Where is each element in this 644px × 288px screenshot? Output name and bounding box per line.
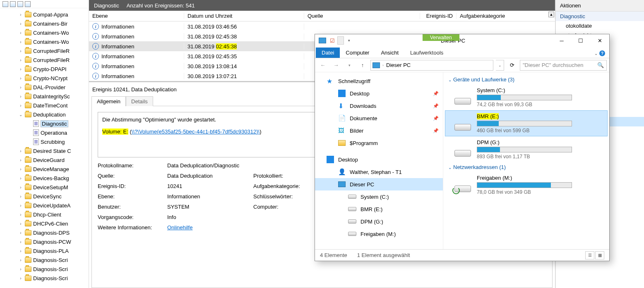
sidebar-desktop[interactable]: Desktop📌 bbox=[315, 87, 443, 100]
chevron-icon[interactable]: › bbox=[18, 203, 23, 208]
tree-item[interactable]: ›Dhcp-Client bbox=[0, 210, 89, 219]
chevron-icon[interactable]: › bbox=[18, 267, 23, 271]
qat-dropdown-icon[interactable]: ▾ bbox=[344, 36, 354, 45]
sidebar-drive-c[interactable]: System (C:) bbox=[315, 190, 443, 203]
tree-item[interactable]: Operationa bbox=[0, 128, 89, 137]
tree-item[interactable]: ⌄Deduplication bbox=[0, 110, 89, 119]
tree-item[interactable]: ›Containers-Wo bbox=[0, 28, 89, 37]
tree-item[interactable]: ›DHCPv6-Clien bbox=[0, 219, 89, 228]
group-drives[interactable]: ⌄Geräte und Laufwerke (3) bbox=[445, 75, 608, 84]
tree-item[interactable]: ›Diagnosis-Scri bbox=[0, 255, 89, 264]
action-item[interactable]: otokolldate bbox=[556, 21, 644, 31]
tab-general[interactable]: Allgemein bbox=[91, 96, 126, 106]
chevron-icon[interactable]: › bbox=[18, 58, 23, 62]
tree-item[interactable]: ›DAL-Provider bbox=[0, 83, 89, 92]
drive-item[interactable]: Freigaben (M:)78,0 GB frei von 349 GB bbox=[445, 172, 608, 198]
chevron-icon[interactable]: › bbox=[18, 258, 23, 262]
drive-item[interactable]: DPM (G:)893 GB frei von 1,17 TB bbox=[445, 136, 608, 162]
chevron-icon[interactable]: › bbox=[18, 194, 23, 199]
sidebar-desktop2[interactable]: Desktop bbox=[315, 153, 443, 166]
chevron-icon[interactable]: › bbox=[18, 149, 23, 153]
tree-item[interactable]: ›Containers-Bir bbox=[0, 19, 89, 28]
chevron-icon[interactable]: ⌄ bbox=[18, 112, 23, 117]
breadcrumb-thispc[interactable]: Dieser PC bbox=[386, 62, 411, 68]
col-date[interactable]: Datum und Uhrzeit bbox=[184, 13, 304, 19]
tree-item[interactable]: ›Diagnosis-Scri bbox=[0, 264, 89, 274]
tree-item[interactable]: ›DataIntegritySc bbox=[0, 92, 89, 101]
chevron-icon[interactable]: › bbox=[18, 40, 23, 44]
drive-item[interactable]: System (C:)74,2 GB frei von 99,3 GB bbox=[445, 84, 608, 110]
tree-item[interactable]: ›Diagnosis-PLA bbox=[0, 246, 89, 255]
chevron-icon[interactable]: › bbox=[18, 67, 23, 71]
nav-recent-dropdown[interactable]: ▾ bbox=[344, 60, 355, 71]
chevron-icon[interactable]: › bbox=[18, 276, 23, 281]
ribbon-expand-icon[interactable]: ⌄? bbox=[590, 49, 609, 58]
tree-item[interactable]: ›DeviceUpdateA bbox=[0, 201, 89, 210]
sidebar-documents[interactable]: 📄Dokumente📌 bbox=[315, 112, 443, 124]
chevron-icon[interactable]: › bbox=[18, 12, 23, 17]
chevron-icon[interactable]: › bbox=[18, 221, 23, 226]
sidebar-downloads[interactable]: ⬇Downloads📌 bbox=[315, 100, 443, 112]
tree-item[interactable]: ›Diagnosis-DPS bbox=[0, 228, 89, 237]
toolbar-icon[interactable] bbox=[25, 1, 31, 7]
tree-item[interactable]: ›Containers-Wo bbox=[0, 37, 89, 46]
view-details-button[interactable]: ☰ bbox=[585, 251, 594, 259]
sidebar-quickaccess[interactable]: ★Schnellzugriff bbox=[315, 75, 443, 87]
ribbon-tab-file[interactable]: Datei bbox=[316, 48, 340, 58]
chevron-icon[interactable]: › bbox=[18, 31, 23, 35]
chevron-icon[interactable]: › bbox=[18, 94, 23, 99]
tree-item[interactable]: ›Diagnosis-PCW bbox=[0, 237, 89, 246]
sidebar-drive-g[interactable]: DPM (G:) bbox=[315, 215, 443, 228]
maximize-button[interactable]: ☐ bbox=[571, 34, 590, 47]
online-help-link[interactable]: Onlinehilfe bbox=[167, 224, 192, 231]
nav-up-button[interactable]: ↑ bbox=[357, 60, 368, 71]
tree-item[interactable]: ›Diagnosis-Scri bbox=[0, 274, 89, 283]
tree-item[interactable]: ›Crypto-NCrypt bbox=[0, 74, 89, 83]
search-input[interactable]: "Dieser PC" durchsuchen 🔍 bbox=[520, 60, 607, 71]
tree-item[interactable]: ›DeviceSetupM bbox=[0, 183, 89, 192]
address-bar[interactable]: › Dieser PC bbox=[370, 60, 493, 71]
nav-forward-button[interactable]: → bbox=[331, 60, 341, 71]
col-level[interactable]: Ebene bbox=[89, 13, 184, 19]
event-row[interactable]: iInformationen31.08.2019 03:46:56 bbox=[89, 21, 555, 31]
tree-item[interactable]: ›Crypto-DPAPI bbox=[0, 64, 89, 74]
tree-item[interactable]: Scrubbing bbox=[0, 137, 89, 146]
toolbar-icon[interactable] bbox=[10, 1, 16, 7]
qat-checkbox-icon[interactable]: ☑ bbox=[327, 36, 337, 45]
refresh-button[interactable]: ⟳ bbox=[507, 60, 517, 71]
sidebar-drive-e[interactable]: BMR (E:) bbox=[315, 203, 443, 215]
volume-link[interactable]: \\?\Volume{e535af25-5bec-44c1-bf45-7df5d… bbox=[132, 129, 260, 135]
group-network[interactable]: ⌄Netzwerkadressen (1) bbox=[445, 162, 608, 172]
tree-item[interactable]: ›Devices-Backg bbox=[0, 174, 89, 183]
tree-item[interactable]: ›Desired State C bbox=[0, 146, 89, 155]
tree-item[interactable]: ›CorruptedFileR bbox=[0, 55, 89, 64]
chevron-icon[interactable]: › bbox=[18, 103, 23, 108]
nav-back-button[interactable]: ← bbox=[317, 60, 328, 71]
minimize-button[interactable]: ─ bbox=[552, 34, 571, 47]
scroll-up-icon[interactable]: ▲ bbox=[548, 12, 554, 17]
chevron-icon[interactable]: › bbox=[18, 49, 23, 53]
drive-item[interactable]: BMR (E:)460 GB frei von 599 GB bbox=[445, 110, 608, 136]
sidebar-programm[interactable]: $Programm bbox=[315, 137, 443, 149]
tree-item[interactable]: Diagnostic bbox=[0, 119, 89, 128]
toolbar-icon[interactable] bbox=[2, 1, 8, 7]
qat-new-icon[interactable] bbox=[337, 36, 344, 45]
chevron-icon[interactable]: › bbox=[18, 185, 23, 190]
chevron-icon[interactable]: › bbox=[18, 231, 23, 235]
view-tiles-button[interactable]: ▦ bbox=[595, 251, 604, 259]
chevron-icon[interactable]: › bbox=[18, 240, 23, 244]
tree-item[interactable]: ›DeviceSync bbox=[0, 192, 89, 201]
chevron-icon[interactable]: › bbox=[18, 249, 23, 253]
tree-item[interactable]: ›DateTimeCont bbox=[0, 101, 89, 110]
chevron-icon[interactable]: › bbox=[18, 21, 23, 26]
ribbon-tab-drivetools[interactable]: Laufwerktools bbox=[404, 48, 449, 58]
chevron-icon[interactable]: › bbox=[18, 176, 23, 181]
col-category[interactable]: Aufgabenkategorie bbox=[457, 13, 555, 19]
ribbon-tab-computer[interactable]: Computer bbox=[340, 48, 375, 58]
col-source[interactable]: Quelle bbox=[304, 13, 420, 19]
chevron-icon[interactable]: › bbox=[18, 167, 23, 171]
chevron-icon[interactable]: › bbox=[18, 158, 23, 162]
sidebar-drive-m[interactable]: Freigaben (M:) bbox=[315, 228, 443, 240]
ribbon-tab-view[interactable]: Ansicht bbox=[375, 48, 404, 58]
tree-item[interactable]: ›DeviceManage bbox=[0, 164, 89, 174]
